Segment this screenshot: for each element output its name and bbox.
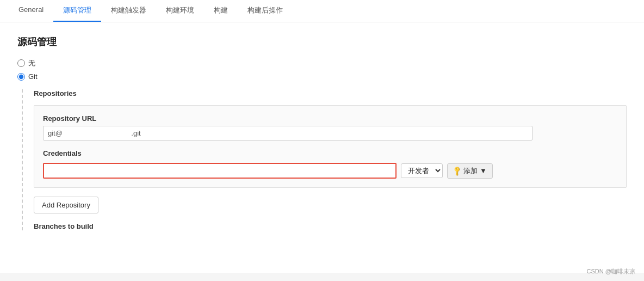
credentials-section: Credentials 开发者 🔑 添加 ▼ xyxy=(43,149,617,179)
tab-post-build[interactable]: 构建后操作 xyxy=(238,0,293,22)
credentials-row: 开发者 🔑 添加 ▼ xyxy=(43,163,617,179)
branches-to-build-label: Branches to build xyxy=(34,222,627,230)
credentials-select[interactable]: 开发者 xyxy=(401,163,443,178)
repositories-label: Repositories xyxy=(34,89,627,97)
radio-none-label: 无 xyxy=(28,58,35,68)
tab-build-triggers[interactable]: 构建触发器 xyxy=(101,0,156,22)
dropdown-arrow-icon: ▼ xyxy=(480,167,487,175)
credentials-label: Credentials xyxy=(43,149,617,157)
key-icon: 🔑 xyxy=(451,165,463,176)
repo-url-label: Repository URL xyxy=(43,114,617,123)
tab-build-env[interactable]: 构建环境 xyxy=(156,0,204,22)
radio-git-input[interactable] xyxy=(17,73,25,81)
repository-box: Repository URL Credentials 开发者 🔑 添加 ▼ xyxy=(34,105,627,188)
repositories-section: Repositories Repository URL Credentials … xyxy=(22,89,627,230)
credentials-error-input[interactable] xyxy=(43,163,397,179)
watermark: CSDN @咖啡未凉 xyxy=(587,267,635,273)
add-credentials-button[interactable]: 🔑 添加 ▼ xyxy=(447,163,493,179)
tab-bar: General 源码管理 构建触发器 构建环境 构建 构建后操作 xyxy=(0,0,644,22)
add-btn-label: 添加 xyxy=(463,166,478,176)
radio-git[interactable]: Git xyxy=(17,72,627,81)
main-content: 源码管理 无 Git Repositories Repository URL C… xyxy=(0,22,644,273)
radio-git-label: Git xyxy=(28,72,38,81)
tab-general[interactable]: General xyxy=(9,0,53,22)
add-repository-button[interactable]: Add Repository xyxy=(34,197,98,213)
tab-source-management[interactable]: 源码管理 xyxy=(53,0,101,22)
radio-none-input[interactable] xyxy=(17,59,25,67)
tab-build[interactable]: 构建 xyxy=(204,0,238,22)
repo-url-input[interactable] xyxy=(43,126,532,140)
radio-none[interactable]: 无 xyxy=(17,58,627,68)
page-title: 源码管理 xyxy=(17,35,627,48)
source-type-radio-group: 无 Git xyxy=(17,58,627,81)
